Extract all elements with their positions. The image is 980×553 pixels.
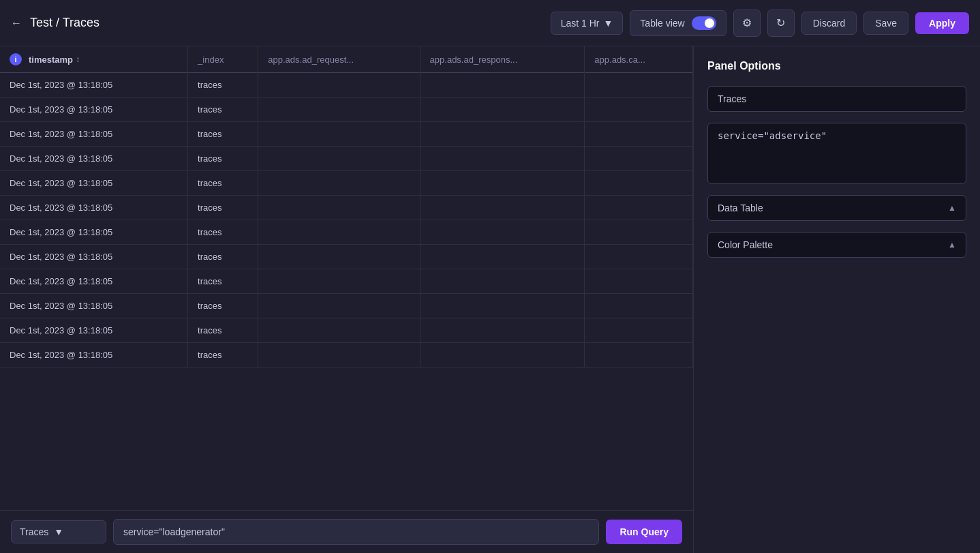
cell-ad-request — [258, 196, 420, 220]
sort-icon[interactable]: ↕ — [76, 55, 80, 64]
col-label-timestamp: timestamp — [29, 55, 73, 65]
table-row[interactable]: Dec 1st, 2023 @ 13:18:05traces — [0, 245, 693, 269]
query-input[interactable] — [113, 519, 599, 545]
datasource-label: Traces — [20, 526, 48, 537]
cell-timestamp: Dec 1st, 2023 @ 13:18:05 — [0, 245, 188, 269]
table-row[interactable]: Dec 1st, 2023 @ 13:18:05traces — [0, 318, 693, 343]
table-row[interactable]: Dec 1st, 2023 @ 13:18:05traces — [0, 269, 693, 294]
cell-index: traces — [188, 196, 258, 220]
panel-options-title: Panel Options — [707, 60, 966, 72]
back-arrow-icon: ← — [11, 17, 22, 29]
color-palette-label: Color Palette — [718, 239, 773, 250]
cell-ad-ca — [585, 147, 693, 171]
col-header-ad-response: app.ads.ad_respons... — [420, 46, 585, 73]
back-button[interactable]: ← — [11, 17, 22, 29]
cell-timestamp: Dec 1st, 2023 @ 13:18:05 — [0, 294, 188, 318]
cell-index: traces — [188, 98, 258, 122]
table-row[interactable]: Dec 1st, 2023 @ 13:18:05traces — [0, 171, 693, 196]
cell-ad-ca — [585, 343, 693, 368]
col-header-ad-ca: app.ads.ca... — [585, 46, 693, 73]
cell-timestamp: Dec 1st, 2023 @ 13:18:05 — [0, 147, 188, 171]
toggle-switch[interactable] — [692, 16, 716, 30]
cell-ad-request — [258, 220, 420, 245]
col-label-index: _index — [198, 55, 224, 65]
table-row[interactable]: Dec 1st, 2023 @ 13:18:05traces — [0, 122, 693, 147]
table-row[interactable]: Dec 1st, 2023 @ 13:18:05traces — [0, 147, 693, 171]
panel-description-textarea[interactable] — [707, 123, 966, 184]
refresh-button[interactable]: ↻ — [767, 10, 795, 37]
cell-ad-request — [258, 98, 420, 122]
cell-index: traces — [188, 269, 258, 294]
cell-ad-request — [258, 269, 420, 294]
discard-button[interactable]: Discard — [801, 12, 857, 35]
visualization-label: Data Table — [718, 203, 763, 213]
cell-ad-ca — [585, 318, 693, 343]
time-chevron-icon: ▼ — [603, 18, 613, 29]
panel-title-input[interactable] — [707, 86, 966, 112]
col-label-ad-response: app.ads.ad_respons... — [430, 55, 518, 65]
cell-ad-request — [258, 343, 420, 368]
cell-timestamp: Dec 1st, 2023 @ 13:18:05 — [0, 171, 188, 196]
time-range-label: Last 1 Hr — [561, 18, 600, 29]
col-header-index: _index — [188, 46, 258, 73]
header-controls: Last 1 Hr ▼ Table view ⚙ ↻ Discard Save … — [551, 10, 969, 37]
cell-ad-ca — [585, 220, 693, 245]
cell-ad-ca — [585, 294, 693, 318]
cell-ad-response — [420, 171, 585, 196]
color-palette-select[interactable]: Color Palette ▲ — [707, 232, 966, 258]
cell-ad-ca — [585, 98, 693, 122]
table-row[interactable]: Dec 1st, 2023 @ 13:18:05traces — [0, 343, 693, 368]
cell-ad-response — [420, 73, 585, 98]
cell-timestamp: Dec 1st, 2023 @ 13:18:05 — [0, 318, 188, 343]
cell-ad-response — [420, 220, 585, 245]
cell-ad-ca — [585, 73, 693, 98]
cell-ad-request — [258, 122, 420, 147]
table-row[interactable]: Dec 1st, 2023 @ 13:18:05traces — [0, 196, 693, 220]
cell-ad-response — [420, 343, 585, 368]
table-row[interactable]: Dec 1st, 2023 @ 13:18:05traces — [0, 73, 693, 98]
cell-ad-request — [258, 294, 420, 318]
cell-ad-response — [420, 269, 585, 294]
cell-timestamp: Dec 1st, 2023 @ 13:18:05 — [0, 343, 188, 368]
header: ← Test / Traces Last 1 Hr ▼ Table view ⚙… — [0, 0, 980, 46]
cell-ad-response — [420, 245, 585, 269]
cell-timestamp: Dec 1st, 2023 @ 13:18:05 — [0, 196, 188, 220]
visualization-select[interactable]: Data Table ▲ — [707, 195, 966, 221]
cell-index: traces — [188, 220, 258, 245]
cell-timestamp: Dec 1st, 2023 @ 13:18:05 — [0, 73, 188, 98]
cell-timestamp: Dec 1st, 2023 @ 13:18:05 — [0, 220, 188, 245]
table-view-label: Table view — [640, 18, 684, 29]
settings-button[interactable]: ⚙ — [733, 10, 761, 37]
data-table-wrapper[interactable]: i timestamp ↕ _index app.ads.ad_request.… — [0, 46, 693, 510]
col-label-ad-request: app.ads.ad_request... — [268, 55, 354, 65]
cell-index: traces — [188, 122, 258, 147]
cell-ad-ca — [585, 122, 693, 147]
panel-description-field — [707, 123, 966, 184]
data-table: i timestamp ↕ _index app.ads.ad_request.… — [0, 46, 693, 368]
cell-ad-response — [420, 98, 585, 122]
cell-index: traces — [188, 318, 258, 343]
apply-button[interactable]: Apply — [915, 12, 969, 34]
datasource-chevron-icon: ▼ — [54, 526, 63, 537]
table-view-toggle[interactable]: Table view — [630, 10, 726, 36]
panel-options: Panel Options Data Table ▲ Color Palette… — [694, 46, 980, 553]
visualization-chevron-up-icon: ▲ — [948, 203, 956, 213]
refresh-icon: ↻ — [776, 16, 785, 29]
cell-ad-request — [258, 147, 420, 171]
save-button[interactable]: Save — [863, 12, 908, 35]
cell-ad-request — [258, 73, 420, 98]
time-range-button[interactable]: Last 1 Hr ▼ — [551, 12, 624, 35]
cell-timestamp: Dec 1st, 2023 @ 13:18:05 — [0, 269, 188, 294]
col-header-ad-request: app.ads.ad_request... — [258, 46, 420, 73]
cell-ad-request — [258, 245, 420, 269]
table-row[interactable]: Dec 1st, 2023 @ 13:18:05traces — [0, 98, 693, 122]
cell-ad-response — [420, 196, 585, 220]
settings-icon: ⚙ — [742, 16, 752, 29]
table-body: Dec 1st, 2023 @ 13:18:05tracesDec 1st, 2… — [0, 73, 693, 368]
table-row[interactable]: Dec 1st, 2023 @ 13:18:05traces — [0, 294, 693, 318]
col-header-timestamp: i timestamp ↕ — [0, 46, 188, 73]
main-content: i timestamp ↕ _index app.ads.ad_request.… — [0, 46, 980, 553]
datasource-select[interactable]: Traces ▼ — [11, 520, 106, 543]
table-row[interactable]: Dec 1st, 2023 @ 13:18:05traces — [0, 220, 693, 245]
run-query-button[interactable]: Run Query — [606, 520, 682, 544]
